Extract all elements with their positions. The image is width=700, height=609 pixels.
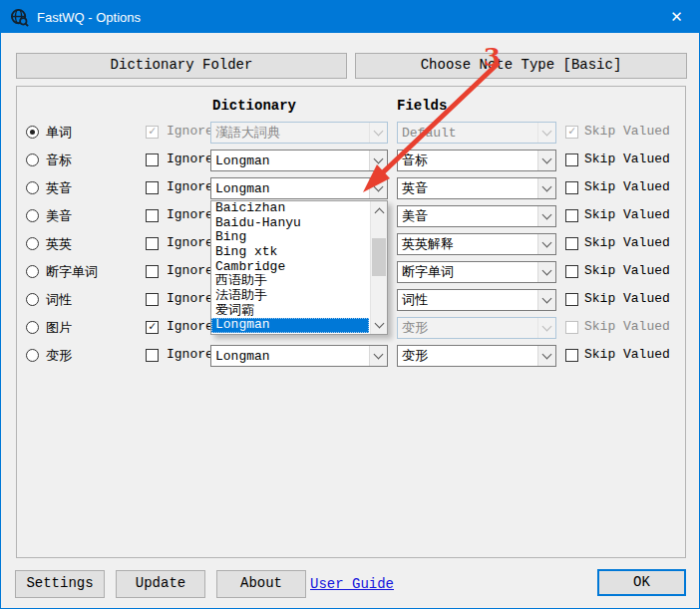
dictionary-column-header: Dictionary xyxy=(212,98,296,114)
combo-value: 词性 xyxy=(398,291,537,309)
ignore-label: Ignore xyxy=(167,347,213,362)
chevron-down-icon xyxy=(537,290,555,310)
dictionary-folder-button[interactable]: Dictionary Folder xyxy=(16,53,347,79)
radio-phonetic[interactable] xyxy=(26,153,39,166)
field-combobox[interactable]: 美音 xyxy=(397,205,556,227)
chevron-down-icon xyxy=(537,206,555,226)
combo-value: 变形 xyxy=(398,347,537,365)
scroll-down-icon[interactable] xyxy=(371,317,387,333)
chevron-down-icon xyxy=(369,178,387,198)
dictionary-combobox[interactable]: Longman xyxy=(210,345,388,367)
chevron-down-icon xyxy=(537,178,555,198)
skip-valued-checkbox[interactable] xyxy=(565,209,578,222)
combo-value: 音标 xyxy=(398,152,537,169)
skip-valued-label: Skip Valued xyxy=(584,124,670,139)
dropdown-item[interactable]: Baicizhan xyxy=(211,201,369,216)
field-combobox[interactable]: 英英解释 xyxy=(397,233,556,255)
field-combobox[interactable]: 断字单词 xyxy=(397,261,556,283)
ignore-label: Ignore xyxy=(167,291,213,306)
chevron-down-icon xyxy=(537,123,555,143)
dropdown-item[interactable]: 爱词霸 xyxy=(211,304,369,319)
settings-button[interactable]: Settings xyxy=(15,570,105,598)
ignore-checkbox[interactable] xyxy=(146,153,159,166)
combo-value: 变形 xyxy=(398,319,537,337)
chevron-down-icon xyxy=(537,318,555,338)
combo-value: Longman xyxy=(211,349,369,364)
skip-valued-checkbox[interactable] xyxy=(565,293,578,306)
combo-value: Longman xyxy=(211,153,369,168)
dropdown-scrollbar[interactable] xyxy=(370,201,387,334)
dropdown-item[interactable]: Bing xyxy=(211,230,369,245)
skip-valued-label: Skip Valued xyxy=(584,347,670,362)
about-button[interactable]: About xyxy=(216,570,306,598)
skip-valued-label: Skip Valued xyxy=(584,152,670,166)
chevron-down-icon xyxy=(537,151,555,170)
combo-value: 英音 xyxy=(398,179,537,197)
fields-column-header: Fields xyxy=(397,98,447,114)
ignore-checkbox[interactable] xyxy=(146,349,159,362)
skip-valued-checkbox[interactable] xyxy=(565,237,578,250)
field-combobox: 变形 xyxy=(397,317,556,339)
user-guide-link[interactable]: User Guide xyxy=(310,576,394,592)
dropdown-item-selected[interactable]: Longman xyxy=(211,318,369,333)
title-bar: FastWQ - Options ✕ xyxy=(1,1,699,33)
field-combobox[interactable]: 词性 xyxy=(397,289,556,311)
combo-value: Default xyxy=(398,126,537,141)
ignore-checkbox[interactable]: ✓ xyxy=(146,321,159,334)
chevron-down-icon xyxy=(537,346,555,366)
dropdown-item[interactable]: Bing xtk xyxy=(211,245,369,260)
ignore-label: Ignore xyxy=(167,319,213,334)
options-dialog: FastWQ - Options ✕ Dictionary Folder Cho… xyxy=(0,0,700,609)
ok-button[interactable]: OK xyxy=(597,569,686,596)
table-row: 英音 Ignore Longman 英音 Skip Valued xyxy=(1,174,700,202)
dictionary-combobox[interactable]: Longman xyxy=(210,150,388,171)
ignore-checkbox[interactable] xyxy=(146,237,159,250)
row-label: 变形 xyxy=(46,347,72,365)
skip-valued-checkbox[interactable] xyxy=(565,349,578,362)
dropdown-item[interactable]: Baidu-Hanyu xyxy=(211,216,369,231)
skip-valued-checkbox[interactable] xyxy=(565,181,578,194)
dropdown-item[interactable]: 西语助手 xyxy=(211,274,369,289)
row-label: 英英 xyxy=(46,235,72,253)
field-combobox[interactable]: 音标 xyxy=(397,150,556,171)
close-button[interactable]: ✕ xyxy=(654,1,699,33)
skip-valued-checkbox: ✓ xyxy=(565,126,578,139)
field-combobox[interactable]: 英音 xyxy=(397,177,556,199)
scrollbar-thumb[interactable] xyxy=(372,238,386,276)
update-button[interactable]: Update xyxy=(116,570,205,598)
field-combobox[interactable]: 变形 xyxy=(397,345,556,367)
radio-hyphen-word[interactable] xyxy=(26,265,39,278)
combo-value: 美音 xyxy=(398,207,537,225)
skip-valued-label: Skip Valued xyxy=(584,207,670,222)
choose-note-type-button[interactable]: Choose Note Type [Basic] xyxy=(355,53,687,79)
row-label: 单词 xyxy=(46,124,72,142)
dictionary-combobox: 漢語大詞典 xyxy=(210,122,388,144)
skip-valued-checkbox xyxy=(565,321,578,334)
radio-us-audio[interactable] xyxy=(26,209,39,222)
radio-inflection[interactable] xyxy=(26,349,39,362)
ignore-checkbox[interactable] xyxy=(146,209,159,222)
chevron-down-icon xyxy=(369,151,387,170)
radio-en-en[interactable] xyxy=(26,237,39,250)
radio-part-of-speech[interactable] xyxy=(26,293,39,306)
scroll-up-icon[interactable] xyxy=(371,202,387,218)
ignore-checkbox[interactable] xyxy=(146,265,159,278)
row-label: 英音 xyxy=(46,179,72,197)
fastwq-globe-icon xyxy=(10,8,29,27)
ignore-label: Ignore xyxy=(167,152,213,166)
ignore-label: Ignore xyxy=(167,207,213,222)
radio-uk-audio[interactable] xyxy=(26,181,39,194)
row-label: 词性 xyxy=(46,291,72,309)
ignore-checkbox[interactable] xyxy=(146,293,159,306)
combo-value: 断字单词 xyxy=(398,263,537,281)
skip-valued-checkbox[interactable] xyxy=(565,153,578,166)
dropdown-item[interactable]: Cambridge xyxy=(211,260,369,275)
radio-image[interactable] xyxy=(26,321,39,334)
radio-word[interactable] xyxy=(26,126,39,139)
ignore-checkbox[interactable] xyxy=(146,181,159,194)
dictionary-combobox-open[interactable]: Longman xyxy=(210,177,388,199)
dropdown-item[interactable]: 法语助手 xyxy=(211,289,369,304)
window-title: FastWQ - Options xyxy=(37,10,654,25)
skip-valued-checkbox[interactable] xyxy=(565,265,578,278)
chevron-down-icon xyxy=(369,123,387,143)
